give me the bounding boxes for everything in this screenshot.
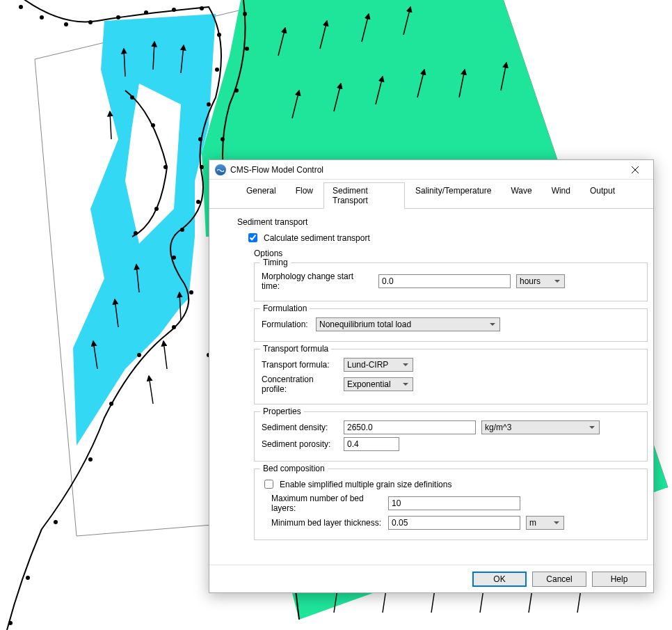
svg-point-7: [64, 22, 68, 26]
morph-start-label: Morphology change start time:: [262, 271, 373, 291]
svg-point-41: [151, 123, 155, 127]
svg-point-24: [109, 402, 113, 406]
dialog-title: CMS-Flow Model Control: [230, 165, 621, 175]
tab-wave[interactable]: Wave: [502, 182, 541, 208]
min-bed-thickness-label: Minimum bed layer thickness:: [271, 518, 383, 528]
concentration-profile-label: Concentration profile:: [262, 375, 338, 394]
cancel-button[interactable]: Cancel: [532, 572, 586, 587]
svg-point-22: [172, 325, 176, 329]
svg-point-16: [198, 137, 202, 141]
max-bed-layers-label: Maximum number of bed layers:: [271, 494, 383, 513]
sediment-porosity-input[interactable]: [344, 437, 399, 451]
svg-point-20: [172, 255, 176, 260]
properties-legend: Properties: [260, 407, 304, 416]
svg-point-30: [245, 47, 249, 51]
bed-legend: Bed composition: [260, 464, 328, 473]
options-title: Options: [254, 249, 648, 258]
dialog-footer: OK Cancel Help: [209, 565, 653, 592]
tab-flow[interactable]: Flow: [287, 182, 322, 208]
sediment-density-label: Sediment density:: [262, 423, 338, 432]
svg-point-14: [215, 68, 219, 72]
close-icon: [632, 166, 639, 173]
svg-point-43: [154, 207, 159, 211]
svg-point-26: [54, 520, 58, 524]
section-title: Sediment transport: [237, 217, 648, 227]
titlebar: CMS-Flow Model Control: [209, 160, 653, 180]
formulation-legend: Formulation: [260, 304, 310, 313]
properties-fieldset: Properties Sediment density: kg/m^3 Sedi…: [254, 411, 648, 462]
concentration-profile-select[interactable]: Exponential: [344, 377, 413, 391]
svg-point-31: [234, 88, 239, 93]
formulation-select[interactable]: Nonequilibrium total load: [316, 317, 500, 331]
svg-point-10: [144, 10, 148, 15]
svg-point-11: [172, 8, 176, 12]
svg-point-19: [180, 228, 184, 232]
transport-formula-label: Transport formula:: [262, 360, 338, 370]
sediment-porosity-label: Sediment porosity:: [262, 439, 338, 449]
transport-formula-fieldset: Transport formula Transport formula: Lun…: [254, 349, 648, 404]
calculate-sediment-checkbox[interactable]: [248, 233, 257, 242]
tab-general[interactable]: General: [237, 182, 285, 208]
tab-output[interactable]: Output: [581, 182, 624, 208]
close-button[interactable]: [621, 162, 649, 178]
tab-sediment-transport[interactable]: Sediment Transport: [323, 182, 405, 209]
min-bed-thickness-input[interactable]: [388, 516, 520, 530]
svg-point-32: [221, 137, 225, 141]
svg-point-42: [163, 165, 168, 169]
sediment-density-input[interactable]: [344, 420, 476, 434]
svg-point-15: [207, 102, 211, 107]
svg-point-40: [130, 95, 134, 100]
svg-point-9: [116, 15, 120, 19]
timing-fieldset: Timing Morphology change start time: hou…: [254, 262, 648, 301]
max-bed-layers-input[interactable]: [388, 496, 520, 510]
formulation-fieldset: Formulation Formulation: Nonequilibrium …: [254, 308, 648, 342]
ok-button[interactable]: OK: [472, 572, 527, 587]
transport-legend: Transport formula: [260, 344, 331, 354]
svg-point-27: [26, 576, 30, 580]
svg-point-18: [196, 200, 200, 204]
svg-line-48: [110, 111, 111, 139]
model-control-dialog: CMS-Flow Model Control General Flow Sedi…: [209, 159, 654, 593]
dialog-content[interactable]: Sediment transport Calculate sediment tr…: [209, 209, 653, 565]
enable-grain-size-label: Enable simplified multiple grain size de…: [280, 480, 451, 489]
enable-grain-size-checkbox[interactable]: [264, 480, 273, 489]
svg-point-5: [19, 5, 23, 9]
svg-line-53: [163, 341, 167, 369]
svg-point-28: [8, 621, 13, 625]
tab-bar: General Flow Sediment Transport Salinity…: [209, 180, 653, 209]
app-icon: [215, 164, 226, 175]
morph-start-input[interactable]: [378, 274, 511, 288]
tab-salinity-temperature[interactable]: Salinity/Temperature: [406, 182, 500, 208]
bed-composition-fieldset: Bed composition Enable simplified multip…: [254, 468, 648, 540]
tab-wind[interactable]: Wind: [543, 182, 579, 208]
formulation-label: Formulation:: [262, 320, 310, 329]
svg-point-12: [200, 6, 204, 10]
svg-point-23: [137, 353, 141, 357]
transport-formula-select[interactable]: Lund-CIRP: [344, 358, 413, 372]
svg-point-6: [40, 15, 44, 19]
svg-point-8: [88, 20, 93, 24]
svg-point-13: [217, 33, 221, 37]
min-bed-thickness-units-select[interactable]: m: [526, 516, 564, 530]
svg-point-17: [200, 165, 204, 169]
svg-point-21: [189, 290, 193, 294]
svg-line-54: [149, 376, 153, 404]
timing-legend: Timing: [260, 258, 291, 267]
sediment-density-units-select[interactable]: kg/m^3: [481, 420, 600, 434]
calculate-sediment-label: Calculate sediment transport: [264, 233, 370, 243]
morph-start-units-select[interactable]: hours: [516, 274, 565, 288]
svg-point-25: [88, 457, 93, 462]
svg-point-29: [243, 12, 247, 16]
svg-point-44: [134, 231, 138, 235]
help-button[interactable]: Help: [592, 572, 646, 587]
